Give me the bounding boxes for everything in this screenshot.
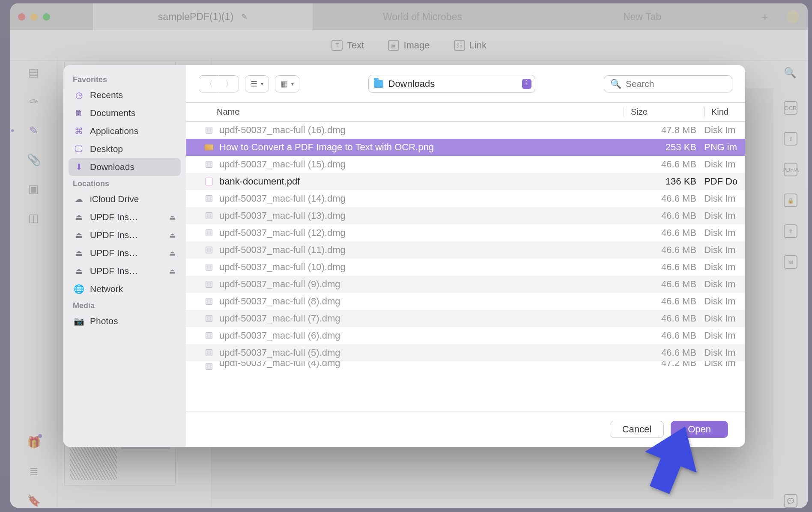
sidebar-item-fav-4[interactable]: ⬇Downloads <box>69 158 181 176</box>
open-button[interactable]: Open <box>671 421 728 438</box>
sidebar-item-loc-3[interactable]: ⏏UPDF Ins…⏏ <box>69 244 181 262</box>
sidebar-item-fav-3[interactable]: 🖵Desktop <box>69 140 181 158</box>
file-name: updf-50037_mac-full (6).dmg <box>219 330 624 341</box>
disk-icon: ⏏ <box>74 248 84 258</box>
file-list[interactable]: updf-50037_mac-full (16).dmg47.8 MBDisk … <box>186 122 745 411</box>
view-grid-button[interactable]: ▦ ▾ <box>275 76 299 92</box>
view-grid-seg: ▦ ▾ <box>275 75 299 92</box>
location-dropdown[interactable]: Downloads ˄˅ <box>368 75 535 93</box>
file-row: updf-50037_mac-full (12).dmg46.6 MBDisk … <box>186 224 745 241</box>
sidebar-item-label: UPDF Ins… <box>90 212 138 222</box>
column-name[interactable]: Name <box>186 107 624 117</box>
sidebar-item-label: Documents <box>90 108 135 118</box>
file-icon <box>205 211 213 220</box>
favorites-header: Favorites <box>69 72 181 86</box>
disk-icon: ⏏ <box>74 212 84 222</box>
doc-icon: 🗎 <box>74 108 84 118</box>
sidebar-item-loc-0[interactable]: ☁iCloud Drive <box>69 190 181 208</box>
sidebar-item-med-0[interactable]: 📷Photos <box>69 312 181 330</box>
file-size: 46.6 MB <box>624 330 704 341</box>
clock-icon: ◷ <box>74 90 84 100</box>
file-row: updf-50037_mac-full (8).dmg46.6 MBDisk I… <box>186 293 745 310</box>
file-name: updf-50037_mac-full (16).dmg <box>219 125 624 136</box>
file-kind: Disk Im <box>704 227 745 238</box>
file-name: updf-50037_mac-full (10).dmg <box>219 262 624 273</box>
file-kind: Disk Im <box>704 361 745 369</box>
sidebar-item-fav-2[interactable]: ⌘Applications <box>69 122 181 140</box>
column-kind[interactable]: Kind <box>704 107 745 117</box>
search-input[interactable] <box>625 78 739 89</box>
file-icon <box>205 194 213 203</box>
locations-header: Locations <box>69 176 181 190</box>
eject-icon[interactable]: ⏏ <box>169 267 176 275</box>
nav-back-button[interactable]: 〈 <box>199 76 219 92</box>
media-header: Media <box>69 298 181 312</box>
sidebar-item-fav-1[interactable]: 🗎Documents <box>69 104 181 122</box>
search-field[interactable]: 🔍 <box>604 75 732 92</box>
file-row: updf-50037_mac-full (9).dmg46.6 MBDisk I… <box>186 276 745 293</box>
sidebar-item-loc-5[interactable]: 🌐Network <box>69 280 181 298</box>
apps-icon: ⌘ <box>74 126 84 136</box>
file-size: 136 KB <box>624 176 704 187</box>
file-name: updf-50037_mac-full (14).dmg <box>219 193 624 204</box>
eject-icon[interactable]: ⏏ <box>169 249 176 257</box>
file-name: updf-50037_mac-full (7).dmg <box>219 313 624 324</box>
file-name: updf-50037_mac-full (12).dmg <box>219 227 624 238</box>
sidebar-item-label: UPDF Ins… <box>90 248 138 258</box>
file-icon <box>205 229 213 237</box>
dialog-topbar: 〈 〉 ☰ ▾ ▦ ▾ Downloads ˄˅ 🔍 <box>186 65 745 103</box>
file-icon <box>205 263 213 271</box>
file-icon <box>205 331 213 340</box>
file-size: 47.8 MB <box>624 125 704 136</box>
disk-icon: ⏏ <box>74 230 84 240</box>
eject-icon[interactable]: ⏏ <box>169 213 176 221</box>
sidebar-item-loc-2[interactable]: ⏏UPDF Ins…⏏ <box>69 226 181 244</box>
file-icon <box>205 297 213 306</box>
file-kind: Disk Im <box>704 279 745 290</box>
sidebar-item-label: Applications <box>90 126 138 136</box>
column-size[interactable]: Size <box>624 107 704 117</box>
file-size: 46.6 MB <box>624 210 704 221</box>
file-name: updf-50037_mac-full (15).dmg <box>219 159 624 170</box>
file-kind: Disk Im <box>704 244 745 256</box>
view-list-button[interactable]: ☰ ▾ <box>245 76 269 92</box>
file-row[interactable]: bank-document.pdf136 KBPDF Do <box>186 173 745 190</box>
cancel-button[interactable]: Cancel <box>610 421 664 438</box>
file-icon <box>205 314 213 323</box>
folder-icon <box>374 80 383 88</box>
sidebar-item-fav-0[interactable]: ◷Recents <box>69 86 181 104</box>
file-icon <box>205 348 213 357</box>
file-icon <box>205 143 213 152</box>
file-name: How to Convert a PDF Image to Text with … <box>219 142 624 153</box>
file-kind: Disk Im <box>704 210 745 221</box>
sidebar-item-label: Desktop <box>90 144 123 154</box>
sidebar-item-label: UPDF Ins… <box>90 266 138 276</box>
file-icon <box>205 160 213 169</box>
file-icon <box>205 126 213 134</box>
sidebar-item-loc-4[interactable]: ⏏UPDF Ins…⏏ <box>69 262 181 280</box>
file-kind: PNG im <box>704 142 745 153</box>
file-size: 46.6 MB <box>624 193 704 204</box>
file-kind: Disk Im <box>704 347 745 358</box>
file-row: updf-50037_mac-full (7).dmg46.6 MBDisk I… <box>186 310 745 327</box>
disk-icon: ⏏ <box>74 266 84 276</box>
dialog-main: 〈 〉 ☰ ▾ ▦ ▾ Downloads ˄˅ 🔍 Name Size Kin… <box>186 65 745 447</box>
file-icon <box>205 362 213 371</box>
nav-forward-button[interactable]: 〉 <box>219 76 239 92</box>
file-row: updf-50037_mac-full (4).dmg47.2 MBDisk I… <box>186 361 745 372</box>
file-icon <box>205 280 213 289</box>
file-open-dialog: Favorites ◷Recents🗎Documents⌘Application… <box>63 65 745 447</box>
file-kind: PDF Do <box>704 176 745 187</box>
camera-icon: 📷 <box>74 316 84 326</box>
file-row: updf-50037_mac-full (11).dmg46.6 MBDisk … <box>186 241 745 259</box>
eject-icon[interactable]: ⏏ <box>169 231 176 239</box>
file-size: 47.2 MB <box>624 361 704 369</box>
file-kind: Disk Im <box>704 330 745 341</box>
file-row: updf-50037_mac-full (14).dmg46.6 MBDisk … <box>186 190 745 207</box>
sidebar-item-loc-1[interactable]: ⏏UPDF Ins…⏏ <box>69 208 181 226</box>
file-row[interactable]: How to Convert a PDF Image to Text with … <box>186 139 745 156</box>
file-name: updf-50037_mac-full (9).dmg <box>219 279 624 290</box>
chevron-up-down-icon: ˄˅ <box>522 79 531 89</box>
file-size: 46.6 MB <box>624 159 704 170</box>
sidebar-item-label: UPDF Ins… <box>90 230 138 240</box>
